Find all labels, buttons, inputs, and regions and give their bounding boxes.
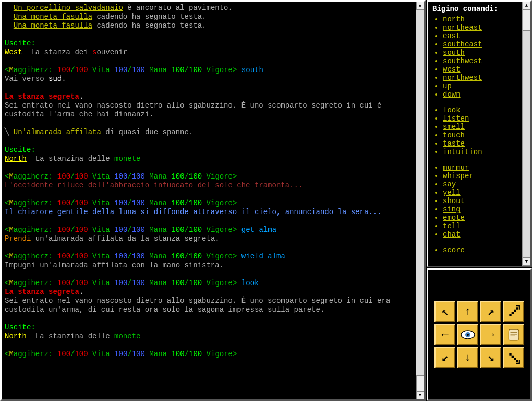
command-item-taste[interactable]: taste	[443, 139, 518, 148]
nav-w-button[interactable]: ←	[434, 324, 455, 345]
command-item-murmur[interactable]: murmur	[443, 163, 518, 172]
item-icon: ╲	[5, 128, 14, 136]
command-item-tell[interactable]: tell	[443, 222, 518, 230]
command-help-panel: Bigino comandi: northnortheasteastsouthe…	[427, 0, 532, 267]
scroll-down-icon[interactable]: ▼	[523, 257, 530, 266]
command-item-shout[interactable]: shout	[443, 197, 518, 205]
nav-look-button[interactable]	[457, 324, 478, 345]
nav-ne-button[interactable]: ↗	[480, 301, 501, 322]
object-link[interactable]: Un porcellino salvadanaio	[14, 4, 123, 12]
command-item-southeast[interactable]: southeast	[443, 40, 518, 49]
command-item-whisper[interactable]: whisper	[443, 172, 518, 180]
main-scrollbar[interactable]: ▲ ▼	[416, 2, 424, 399]
item-link[interactable]: Un'almarada affilata	[14, 128, 101, 136]
command-item-north[interactable]: north	[443, 15, 518, 23]
main-output-pane: Un porcellino salvadanaio è ancorato al …	[0, 0, 426, 401]
room-title: La stanza segreta	[5, 92, 79, 101]
command-item-south[interactable]: south	[443, 49, 518, 57]
nav-panel: ↖ ↑ ↗ ← → ↙ ↓ ↘	[427, 268, 532, 401]
command-item-chat[interactable]: chat	[443, 230, 518, 239]
nav-down-button[interactable]	[503, 347, 524, 368]
svg-point-2	[467, 334, 469, 336]
nav-nw-button[interactable]: ↖	[434, 301, 455, 322]
scroll-thumb[interactable]	[523, 10, 530, 31]
scroll-thumb[interactable]	[416, 375, 424, 391]
command-item-touch[interactable]: touch	[443, 131, 518, 139]
scroll-up-icon[interactable]: ▲	[416, 2, 424, 10]
command-item-northeast[interactable]: northeast	[443, 23, 518, 32]
command-item-northwest[interactable]: northwest	[443, 74, 518, 82]
command-item-intuition[interactable]: intuition	[443, 148, 518, 156]
cmd-scrollbar[interactable]: ▲ ▼	[522, 2, 530, 266]
scroll-up-icon[interactable]: ▲	[523, 2, 530, 10]
object-link[interactable]: Una moneta fasulla	[14, 21, 92, 30]
nav-sw-button[interactable]: ↙	[434, 347, 455, 368]
nav-map-button[interactable]	[503, 324, 524, 345]
nav-n-button[interactable]: ↑	[457, 301, 478, 322]
exit-west[interactable]: West	[5, 48, 22, 56]
command-item-score[interactable]: score	[443, 246, 518, 254]
game-text: Un porcellino salvadanaio è ancorato al …	[2, 2, 416, 399]
command-item-southwest[interactable]: southwest	[443, 57, 518, 65]
nav-up-button[interactable]	[503, 301, 524, 322]
nav-e-button[interactable]: →	[480, 324, 501, 345]
command-item-listen[interactable]: listen	[443, 114, 518, 123]
object-link[interactable]: Una moneta fasulla	[14, 13, 92, 21]
command-item-east[interactable]: east	[443, 32, 518, 40]
command-item-yell[interactable]: yell	[443, 188, 518, 197]
exit-north[interactable]: North	[5, 155, 27, 163]
nav-se-button[interactable]: ↘	[480, 347, 501, 368]
command-item-smell[interactable]: smell	[443, 123, 518, 131]
command-help-title: Bigino comandi:	[432, 5, 518, 13]
command-item-look[interactable]: look	[443, 106, 518, 114]
command-item-emote[interactable]: emote	[443, 214, 518, 222]
command-item-down[interactable]: down	[443, 90, 518, 99]
nav-s-button[interactable]: ↓	[457, 347, 478, 368]
command-item-say[interactable]: say	[443, 180, 518, 188]
scroll-down-icon[interactable]: ▼	[416, 391, 424, 399]
command-item-west[interactable]: west	[443, 65, 518, 74]
exit-north[interactable]: North	[5, 332, 27, 340]
command-item-sing[interactable]: sing	[443, 205, 518, 214]
exits-label: Uscite:	[5, 39, 35, 48]
command-item-up[interactable]: up	[443, 82, 518, 90]
